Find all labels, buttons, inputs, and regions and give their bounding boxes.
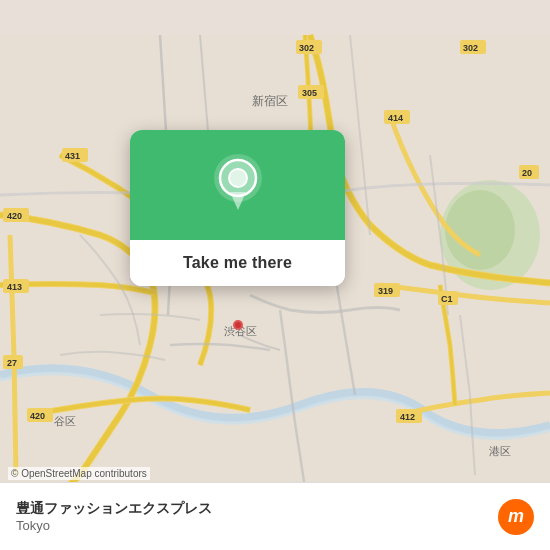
moovit-icon: m [498,499,534,535]
place-name: 豊通ファッションエクスプレス [16,500,212,518]
svg-text:20: 20 [522,168,532,178]
svg-text:27: 27 [7,358,17,368]
place-city: Tokyo [16,518,212,533]
moovit-logo[interactable]: m [498,499,534,535]
popup-card: Take me there [130,130,345,286]
svg-text:港区: 港区 [489,445,511,457]
svg-text:319: 319 [378,286,393,296]
svg-text:431: 431 [65,151,80,161]
svg-text:420: 420 [30,411,45,421]
bottom-bar: 豊通ファッションエクスプレス Tokyo m [0,482,550,550]
place-info: 豊通ファッションエクスプレス Tokyo [16,500,212,533]
svg-text:谷区: 谷区 [54,415,76,427]
svg-text:413: 413 [7,282,22,292]
map-container: 420 431 413 302 302 305 414 20 319 C1 41… [0,0,550,550]
svg-point-34 [235,322,241,328]
popup-map-icon-area [130,130,345,240]
svg-text:420: 420 [7,211,22,221]
location-pin-icon [212,152,264,218]
svg-text:302: 302 [299,43,314,53]
svg-text:305: 305 [302,88,317,98]
svg-text:414: 414 [388,113,403,123]
svg-text:302: 302 [463,43,478,53]
map-attribution: © OpenStreetMap contributors [8,467,150,480]
svg-point-2 [445,190,515,270]
svg-text:412: 412 [400,412,415,422]
svg-text:新宿区: 新宿区 [252,94,288,108]
svg-text:C1: C1 [441,294,453,304]
take-me-there-button[interactable]: Take me there [130,240,345,286]
svg-point-37 [229,169,247,187]
